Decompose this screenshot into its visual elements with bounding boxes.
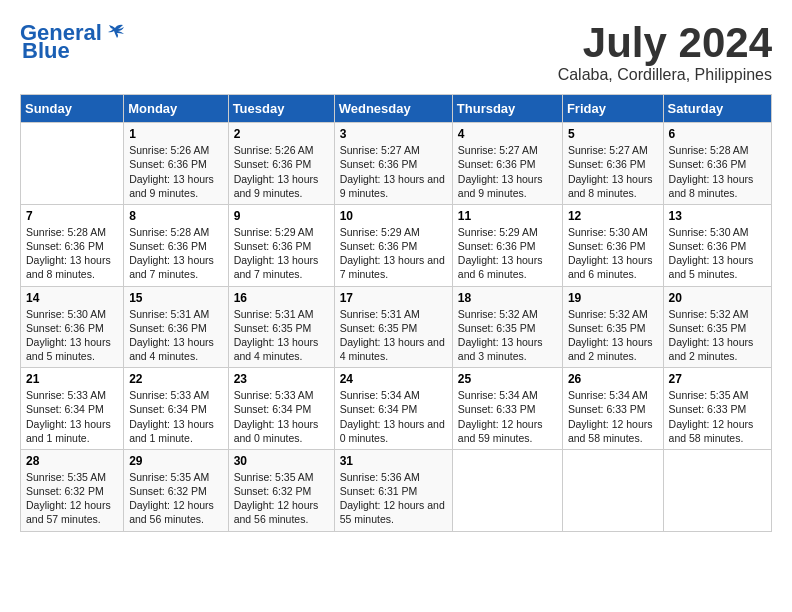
empty-cell [562, 449, 663, 531]
calendar-day-30: 30Sunrise: 5:35 AM Sunset: 6:32 PM Dayli… [228, 449, 334, 531]
day-info: Sunrise: 5:35 AM Sunset: 6:32 PM Dayligh… [129, 470, 222, 527]
col-header-monday: Monday [124, 95, 228, 123]
day-number: 23 [234, 372, 329, 386]
day-number: 19 [568, 291, 658, 305]
day-info: Sunrise: 5:32 AM Sunset: 6:35 PM Dayligh… [568, 307, 658, 364]
day-number: 14 [26, 291, 118, 305]
day-number: 18 [458, 291, 557, 305]
day-number: 30 [234, 454, 329, 468]
day-number: 28 [26, 454, 118, 468]
day-info: Sunrise: 5:28 AM Sunset: 6:36 PM Dayligh… [669, 143, 766, 200]
day-info: Sunrise: 5:31 AM Sunset: 6:35 PM Dayligh… [340, 307, 447, 364]
title-block: July 2024 Calaba, Cordillera, Philippine… [558, 20, 772, 84]
empty-cell [663, 449, 771, 531]
day-number: 5 [568, 127, 658, 141]
calendar-day-23: 23Sunrise: 5:33 AM Sunset: 6:34 PM Dayli… [228, 368, 334, 450]
day-info: Sunrise: 5:27 AM Sunset: 6:36 PM Dayligh… [568, 143, 658, 200]
calendar-day-14: 14Sunrise: 5:30 AM Sunset: 6:36 PM Dayli… [21, 286, 124, 368]
day-number: 1 [129, 127, 222, 141]
header-row: SundayMondayTuesdayWednesdayThursdayFrid… [21, 95, 772, 123]
day-number: 6 [669, 127, 766, 141]
calendar-day-16: 16Sunrise: 5:31 AM Sunset: 6:35 PM Dayli… [228, 286, 334, 368]
col-header-friday: Friday [562, 95, 663, 123]
day-number: 16 [234, 291, 329, 305]
day-info: Sunrise: 5:34 AM Sunset: 6:33 PM Dayligh… [568, 388, 658, 445]
calendar-day-7: 7Sunrise: 5:28 AM Sunset: 6:36 PM Daylig… [21, 204, 124, 286]
page-header: General Blue July 2024 Calaba, Cordiller… [20, 20, 772, 84]
calendar-day-20: 20Sunrise: 5:32 AM Sunset: 6:35 PM Dayli… [663, 286, 771, 368]
day-number: 12 [568, 209, 658, 223]
calendar-week-2: 7Sunrise: 5:28 AM Sunset: 6:36 PM Daylig… [21, 204, 772, 286]
day-info: Sunrise: 5:33 AM Sunset: 6:34 PM Dayligh… [234, 388, 329, 445]
day-info: Sunrise: 5:34 AM Sunset: 6:34 PM Dayligh… [340, 388, 447, 445]
calendar-day-21: 21Sunrise: 5:33 AM Sunset: 6:34 PM Dayli… [21, 368, 124, 450]
col-header-saturday: Saturday [663, 95, 771, 123]
calendar-day-12: 12Sunrise: 5:30 AM Sunset: 6:36 PM Dayli… [562, 204, 663, 286]
calendar-week-5: 28Sunrise: 5:35 AM Sunset: 6:32 PM Dayli… [21, 449, 772, 531]
day-info: Sunrise: 5:35 AM Sunset: 6:33 PM Dayligh… [669, 388, 766, 445]
day-info: Sunrise: 5:29 AM Sunset: 6:36 PM Dayligh… [234, 225, 329, 282]
day-number: 22 [129, 372, 222, 386]
calendar-day-19: 19Sunrise: 5:32 AM Sunset: 6:35 PM Dayli… [562, 286, 663, 368]
month-title: July 2024 [558, 20, 772, 66]
calendar-day-3: 3Sunrise: 5:27 AM Sunset: 6:36 PM Daylig… [334, 123, 452, 205]
day-info: Sunrise: 5:36 AM Sunset: 6:31 PM Dayligh… [340, 470, 447, 527]
day-info: Sunrise: 5:30 AM Sunset: 6:36 PM Dayligh… [26, 307, 118, 364]
calendar-week-1: 1Sunrise: 5:26 AM Sunset: 6:36 PM Daylig… [21, 123, 772, 205]
calendar-day-26: 26Sunrise: 5:34 AM Sunset: 6:33 PM Dayli… [562, 368, 663, 450]
calendar-day-11: 11Sunrise: 5:29 AM Sunset: 6:36 PM Dayli… [452, 204, 562, 286]
calendar-week-3: 14Sunrise: 5:30 AM Sunset: 6:36 PM Dayli… [21, 286, 772, 368]
calendar-week-4: 21Sunrise: 5:33 AM Sunset: 6:34 PM Dayli… [21, 368, 772, 450]
day-number: 2 [234, 127, 329, 141]
day-info: Sunrise: 5:32 AM Sunset: 6:35 PM Dayligh… [669, 307, 766, 364]
day-info: Sunrise: 5:35 AM Sunset: 6:32 PM Dayligh… [234, 470, 329, 527]
day-number: 15 [129, 291, 222, 305]
day-number: 21 [26, 372, 118, 386]
calendar-day-29: 29Sunrise: 5:35 AM Sunset: 6:32 PM Dayli… [124, 449, 228, 531]
day-info: Sunrise: 5:29 AM Sunset: 6:36 PM Dayligh… [458, 225, 557, 282]
day-info: Sunrise: 5:28 AM Sunset: 6:36 PM Dayligh… [26, 225, 118, 282]
day-info: Sunrise: 5:35 AM Sunset: 6:32 PM Dayligh… [26, 470, 118, 527]
day-number: 20 [669, 291, 766, 305]
day-info: Sunrise: 5:33 AM Sunset: 6:34 PM Dayligh… [26, 388, 118, 445]
calendar-table: SundayMondayTuesdayWednesdayThursdayFrid… [20, 94, 772, 531]
calendar-day-28: 28Sunrise: 5:35 AM Sunset: 6:32 PM Dayli… [21, 449, 124, 531]
col-header-tuesday: Tuesday [228, 95, 334, 123]
calendar-day-15: 15Sunrise: 5:31 AM Sunset: 6:36 PM Dayli… [124, 286, 228, 368]
calendar-day-31: 31Sunrise: 5:36 AM Sunset: 6:31 PM Dayli… [334, 449, 452, 531]
calendar-day-5: 5Sunrise: 5:27 AM Sunset: 6:36 PM Daylig… [562, 123, 663, 205]
day-number: 3 [340, 127, 447, 141]
day-info: Sunrise: 5:31 AM Sunset: 6:35 PM Dayligh… [234, 307, 329, 364]
day-info: Sunrise: 5:30 AM Sunset: 6:36 PM Dayligh… [568, 225, 658, 282]
day-info: Sunrise: 5:27 AM Sunset: 6:36 PM Dayligh… [340, 143, 447, 200]
calendar-day-9: 9Sunrise: 5:29 AM Sunset: 6:36 PM Daylig… [228, 204, 334, 286]
day-number: 7 [26, 209, 118, 223]
calendar-day-22: 22Sunrise: 5:33 AM Sunset: 6:34 PM Dayli… [124, 368, 228, 450]
day-number: 8 [129, 209, 222, 223]
day-info: Sunrise: 5:31 AM Sunset: 6:36 PM Dayligh… [129, 307, 222, 364]
day-info: Sunrise: 5:29 AM Sunset: 6:36 PM Dayligh… [340, 225, 447, 282]
empty-cell [452, 449, 562, 531]
day-number: 31 [340, 454, 447, 468]
day-number: 11 [458, 209, 557, 223]
day-number: 4 [458, 127, 557, 141]
day-number: 13 [669, 209, 766, 223]
calendar-day-6: 6Sunrise: 5:28 AM Sunset: 6:36 PM Daylig… [663, 123, 771, 205]
day-number: 26 [568, 372, 658, 386]
calendar-day-10: 10Sunrise: 5:29 AM Sunset: 6:36 PM Dayli… [334, 204, 452, 286]
day-number: 25 [458, 372, 557, 386]
calendar-day-18: 18Sunrise: 5:32 AM Sunset: 6:35 PM Dayli… [452, 286, 562, 368]
day-number: 29 [129, 454, 222, 468]
day-info: Sunrise: 5:26 AM Sunset: 6:36 PM Dayligh… [129, 143, 222, 200]
calendar-day-2: 2Sunrise: 5:26 AM Sunset: 6:36 PM Daylig… [228, 123, 334, 205]
day-info: Sunrise: 5:28 AM Sunset: 6:36 PM Dayligh… [129, 225, 222, 282]
col-header-wednesday: Wednesday [334, 95, 452, 123]
day-info: Sunrise: 5:27 AM Sunset: 6:36 PM Dayligh… [458, 143, 557, 200]
day-number: 9 [234, 209, 329, 223]
day-info: Sunrise: 5:26 AM Sunset: 6:36 PM Dayligh… [234, 143, 329, 200]
calendar-day-4: 4Sunrise: 5:27 AM Sunset: 6:36 PM Daylig… [452, 123, 562, 205]
day-info: Sunrise: 5:32 AM Sunset: 6:35 PM Dayligh… [458, 307, 557, 364]
col-header-thursday: Thursday [452, 95, 562, 123]
calendar-day-8: 8Sunrise: 5:28 AM Sunset: 6:36 PM Daylig… [124, 204, 228, 286]
day-number: 24 [340, 372, 447, 386]
